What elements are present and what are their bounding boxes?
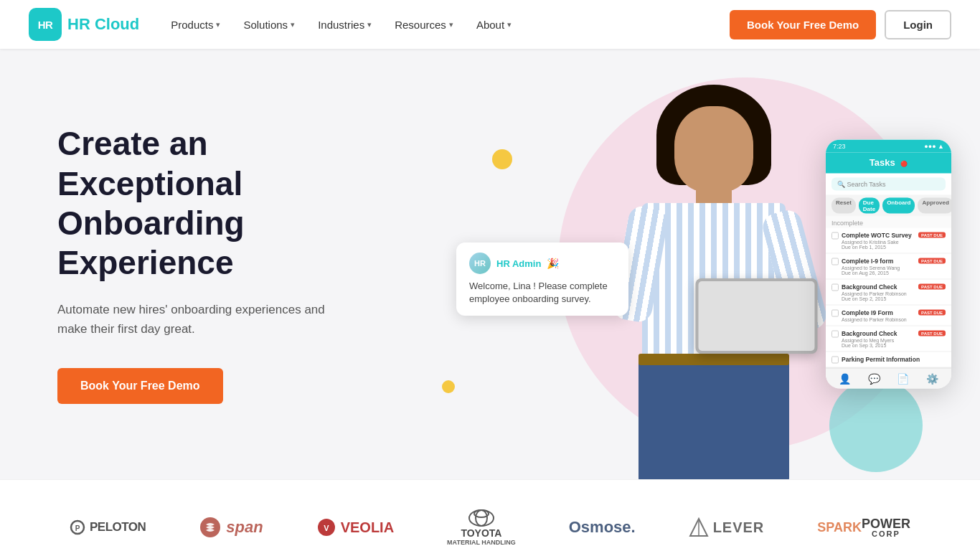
phone-message-icon[interactable]: 💬 — [868, 373, 880, 385]
task-content-3: Background Check Assigned to Parker Robi… — [842, 283, 915, 301]
phone-task-5: Background Check Assigned to Meg Myers D… — [826, 326, 951, 352]
hero-section: Create an Exceptional Onboarding Experie… — [0, 49, 980, 479]
hero-subtitle: Automate new hires' onboarding experienc… — [57, 300, 344, 339]
chat-bubble: HR HR Admin 🎉 Welcome, Lina ! Please com… — [456, 242, 628, 316]
phone-notification-badge: 🔴 — [900, 161, 908, 167]
phone-settings-icon[interactable]: ⚙️ — [926, 373, 938, 385]
task-meta-3: Assigned to Parker Robinson Due on Sep 2… — [842, 291, 915, 301]
task-checkbox-2[interactable] — [831, 258, 839, 265]
phone-search-bar[interactable]: 🔍 Search Tasks — [831, 178, 946, 191]
search-icon: 🔍 — [837, 181, 847, 188]
veolia-text: VEOLIA — [341, 519, 394, 536]
nav-item-about[interactable]: About ▾ — [468, 14, 520, 35]
nav-item-solutions[interactable]: Solutions ▾ — [235, 14, 303, 35]
phone-signal-icon: ●●● ▲ — [924, 143, 944, 150]
book-demo-button-hero[interactable]: Book Your Free Demo — [57, 368, 223, 404]
phone-task-6: Parking Permit Information — [826, 352, 951, 368]
phone-home-icon[interactable]: 👤 — [839, 373, 851, 385]
task-checkbox-6[interactable] — [831, 357, 839, 364]
filter-approved[interactable]: Approved — [918, 198, 951, 214]
nav-item-products[interactable]: Products ▾ — [162, 14, 229, 35]
chat-avatar: HR — [469, 253, 491, 274]
toyota-name: TOYOTA — [461, 527, 501, 539]
task-content-5: Background Check Assigned to Meg Myers D… — [842, 330, 915, 348]
person-belt — [639, 354, 789, 365]
nav-item-resources[interactable]: Resources ▾ — [386, 14, 462, 35]
filter-reset[interactable]: Reset — [831, 198, 856, 214]
book-demo-button-nav[interactable]: Book Your Free Demo — [730, 10, 876, 39]
logo-lever: LEVER — [689, 517, 765, 537]
task-content-4: Complete I9 Form Assigned to Parker Robi… — [842, 309, 915, 322]
task-badge-3: PAST DUE — [918, 284, 946, 290]
task-checkbox-3[interactable] — [831, 284, 839, 291]
phone-task-3: Background Check Assigned to Parker Robi… — [826, 280, 951, 306]
phone-files-icon[interactable]: 📄 — [897, 373, 909, 385]
lever-text: LEVER — [713, 519, 765, 536]
svg-text:V: V — [324, 524, 329, 532]
task-meta-2: Assigned to Serena Wang Due on Aug 26, 2… — [842, 265, 915, 276]
task-badge-4: PAST DUE — [918, 310, 946, 316]
task-content-2: Complete I-9 form Assigned to Serena Wan… — [842, 258, 915, 276]
logo-peloton: P PELOTON — [70, 519, 146, 535]
toyota-sub: MATERIAL HANDLING — [447, 539, 516, 546]
task-checkbox-4[interactable] — [831, 310, 839, 317]
nav-item-industries[interactable]: Industries ▾ — [309, 14, 380, 35]
phone-title-bar: Tasks 🔴 — [826, 153, 951, 174]
phone-section-incomplete: Incomplete — [826, 217, 951, 228]
toyota-icon — [468, 509, 495, 527]
spark-text: SPARK — [817, 520, 862, 535]
navbar: HR HR Cloud Products ▾ Solutions ▾ Indus… — [0, 0, 980, 49]
chat-emoji: 🎉 — [547, 258, 559, 269]
task-content-1: Complete WOTC Survey Assigned to Kristin… — [842, 232, 915, 250]
logo[interactable]: HR HR Cloud — [29, 8, 139, 41]
task-badge-5: PAST DUE — [918, 331, 946, 336]
span-icon — [199, 516, 222, 539]
svg-text:P: P — [75, 524, 80, 532]
task-checkbox-5[interactable] — [831, 331, 839, 338]
laptop-screen — [699, 281, 815, 351]
phone-task-4: Complete I9 Form Assigned to Parker Robi… — [826, 306, 951, 326]
filter-due-date[interactable]: Due Date — [859, 198, 880, 214]
phone-status-bar: 7:23 ●●● ▲ — [826, 140, 951, 153]
logo-span: span — [199, 516, 263, 539]
task-meta-1: Assigned to Kristina Sake Due on Feb 1, … — [842, 240, 915, 250]
veolia-icon: V — [316, 517, 336, 537]
chat-message: Welcome, Lina ! Please complete employee… — [469, 280, 616, 306]
power-text: POWER — [862, 517, 910, 530]
logo-text: HR Cloud — [67, 15, 139, 34]
hero-content: Create an Exceptional Onboarding Experie… — [0, 81, 402, 446]
task-meta-4: Assigned to Parker Robinson — [842, 317, 915, 322]
task-badge-2: PAST DUE — [918, 258, 946, 264]
phone-filter-row: Reset Due Date Onboard Approved My T — [826, 195, 951, 217]
logo-toyota: TOYOTA MATERIAL HANDLING — [447, 509, 516, 546]
hero-visual: HR HR Admin 🎉 Welcome, Lina ! Please com… — [435, 49, 980, 479]
corp-text: CORP — [862, 530, 910, 538]
task-title-3: Background Check — [842, 283, 915, 291]
phone-task-1: Complete WOTC Survey Assigned to Kristin… — [826, 228, 951, 254]
task-title-6: Parking Permit Information — [842, 356, 946, 363]
logos-strip: P PELOTON span V VEOLIA — [0, 479, 980, 551]
task-meta-5: Assigned to Meg Myers Due on Sep 3, 2015 — [842, 338, 915, 348]
peloton-text: PELOTON — [90, 520, 146, 534]
phone-time: 7:23 — [833, 143, 846, 150]
hero-title: Create an Exceptional Onboarding Experie… — [57, 124, 344, 283]
task-title-2: Complete I-9 form — [842, 258, 915, 265]
decorative-dot-gold-1 — [492, 149, 512, 169]
task-content-6: Parking Permit Information — [842, 356, 946, 363]
span-text: span — [226, 518, 263, 537]
task-checkbox-1[interactable] — [831, 232, 839, 240]
nav-right: Book Your Free Demo Login — [730, 10, 951, 39]
chevron-down-icon: ▾ — [367, 20, 372, 29]
chevron-down-icon: ▾ — [291, 20, 295, 29]
logo-sparkpower: SPARK POWER CORP — [817, 517, 910, 538]
person-face — [674, 106, 753, 192]
person-jeans — [639, 357, 789, 479]
chat-header: HR HR Admin 🎉 — [469, 253, 616, 274]
chevron-down-icon: ▾ — [507, 20, 512, 29]
laptop — [696, 278, 818, 354]
task-title-4: Complete I9 Form — [842, 309, 915, 316]
task-badge-1: PAST DUE — [918, 232, 946, 238]
filter-onboard[interactable]: Onboard — [882, 198, 915, 214]
logo-veolia: V VEOLIA — [316, 517, 394, 537]
login-button[interactable]: Login — [885, 10, 951, 39]
